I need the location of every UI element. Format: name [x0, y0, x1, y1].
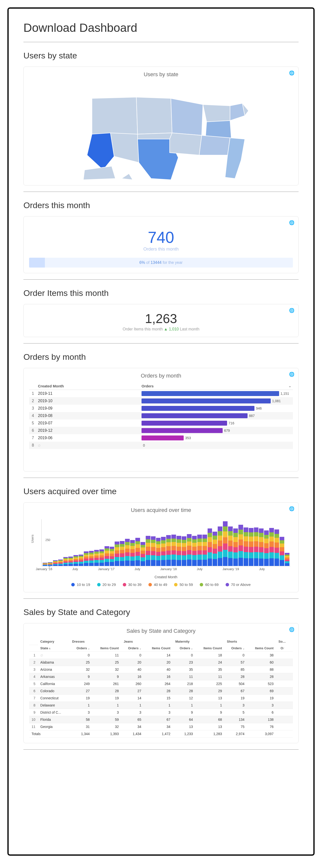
- stacked-bar[interactable]: [213, 532, 217, 566]
- bar-cell[interactable]: 716: [139, 420, 293, 427]
- orders-header[interactable]: Orders⌄: [70, 645, 92, 652]
- stacked-bar[interactable]: [187, 534, 192, 566]
- stacked-bar[interactable]: [202, 535, 207, 566]
- category-header[interactable]: So…: [276, 638, 293, 645]
- state-cell[interactable]: Arkansas: [38, 673, 70, 680]
- bar-cell[interactable]: 679: [139, 427, 293, 434]
- stacked-bar[interactable]: [110, 547, 115, 566]
- state-cell[interactable]: Florida: [38, 716, 70, 723]
- bar-cell[interactable]: 1,081: [139, 397, 293, 405]
- users-acquired-chart[interactable]: Users 0250 January '16JulyJanuary '17Jul…: [29, 517, 293, 579]
- legend-item[interactable]: 20 to 29: [97, 583, 116, 587]
- stacked-bar[interactable]: [94, 550, 99, 566]
- month-cell[interactable]: 2019-11: [36, 390, 139, 398]
- stacked-bar[interactable]: [151, 536, 156, 566]
- stacked-bar[interactable]: [125, 539, 130, 566]
- col-created-month[interactable]: Created Month: [36, 382, 139, 390]
- stacked-bar[interactable]: [197, 535, 202, 566]
- stacked-bar[interactable]: [135, 538, 140, 566]
- stacked-bar[interactable]: [43, 563, 47, 566]
- orders-header[interactable]: Orders⌄: [173, 645, 195, 652]
- month-cell[interactable]: ∅: [36, 442, 139, 449]
- stacked-bar[interactable]: [264, 530, 269, 566]
- legend-item[interactable]: 10 to 19: [71, 583, 90, 587]
- stacked-bar[interactable]: [120, 541, 125, 566]
- stacked-bar[interactable]: [73, 555, 78, 566]
- state-cell[interactable]: District of C...: [38, 709, 70, 716]
- stacked-bar[interactable]: [68, 557, 73, 566]
- items-header[interactable]: Items Count: [92, 645, 121, 652]
- stacked-bar[interactable]: [63, 557, 68, 566]
- stacked-bar[interactable]: [104, 546, 109, 566]
- state-cell[interactable]: Georgia: [38, 723, 70, 731]
- state-cell[interactable]: Delaware: [38, 702, 70, 709]
- stacked-bar[interactable]: [161, 537, 166, 566]
- bar-cell[interactable]: 946: [139, 405, 293, 412]
- category-header[interactable]: Maternity: [173, 638, 224, 645]
- month-cell[interactable]: 2019-06: [36, 434, 139, 442]
- stacked-bar[interactable]: [249, 528, 254, 566]
- category-header[interactable]: Dresses: [70, 638, 121, 645]
- month-cell[interactable]: 2019-10: [36, 397, 139, 405]
- stacked-bar[interactable]: [140, 542, 145, 566]
- stacked-bar[interactable]: [48, 562, 53, 566]
- items-header[interactable]: Items Count: [247, 645, 276, 652]
- stacked-bar[interactable]: [166, 535, 171, 566]
- stacked-bar[interactable]: [79, 555, 83, 566]
- month-cell[interactable]: 2019-09: [36, 405, 139, 412]
- month-cell[interactable]: 2019-12: [36, 427, 139, 434]
- stacked-bar[interactable]: [176, 536, 181, 566]
- stacked-bar[interactable]: [53, 560, 58, 566]
- col-orders[interactable]: Orders⌄: [139, 382, 293, 390]
- stacked-bar[interactable]: [207, 528, 212, 566]
- stacked-bar[interactable]: [254, 527, 259, 566]
- items-header[interactable]: Items Count: [144, 645, 173, 652]
- globe-icon[interactable]: 🌐: [289, 372, 294, 377]
- legend-item[interactable]: 70 or Above: [226, 583, 251, 587]
- state-cell[interactable]: Colorado: [38, 687, 70, 695]
- state-cell[interactable]: California: [38, 680, 70, 687]
- state-cell[interactable]: Alabama: [38, 659, 70, 666]
- stacked-bar[interactable]: [130, 540, 135, 566]
- stacked-bar[interactable]: [192, 536, 197, 566]
- bar-cell[interactable]: 1,151: [139, 390, 293, 398]
- month-cell[interactable]: 2019-08: [36, 412, 139, 420]
- stacked-bar[interactable]: [244, 527, 248, 566]
- legend-item[interactable]: 30 to 39: [123, 583, 141, 587]
- legend-item[interactable]: 50 to 59: [174, 583, 193, 587]
- stacked-bar[interactable]: [115, 541, 119, 566]
- stacked-bar[interactable]: [89, 551, 94, 566]
- items-header[interactable]: Items Count: [195, 645, 224, 652]
- stacked-bar[interactable]: [171, 535, 176, 566]
- stacked-bar[interactable]: [99, 549, 104, 566]
- category-header[interactable]: Shorts: [224, 638, 276, 645]
- stacked-bar[interactable]: [238, 525, 243, 566]
- state-cell[interactable]: Arizona: [38, 666, 70, 673]
- legend-item[interactable]: 40 to 49: [149, 583, 167, 587]
- globe-icon[interactable]: 🌐: [289, 308, 294, 313]
- stacked-bar[interactable]: [146, 536, 151, 566]
- orders-header[interactable]: Orders⌄: [224, 645, 247, 652]
- stacked-bar[interactable]: [84, 551, 89, 566]
- stacked-bar[interactable]: [269, 528, 274, 566]
- globe-icon[interactable]: 🌐: [289, 70, 294, 76]
- legend-item[interactable]: 60 to 69: [200, 583, 219, 587]
- stacked-bar[interactable]: [58, 559, 63, 566]
- category-header[interactable]: Jeans: [121, 638, 173, 645]
- state-cell[interactable]: Connecticut: [38, 695, 70, 702]
- stacked-bar[interactable]: [223, 521, 228, 566]
- stacked-bar[interactable]: [218, 526, 222, 566]
- globe-icon[interactable]: 🌐: [289, 627, 294, 632]
- stacked-bar[interactable]: [156, 538, 161, 566]
- globe-icon[interactable]: 🌐: [289, 506, 294, 512]
- state-header[interactable]: State∧: [38, 645, 70, 652]
- bar-cell[interactable]: 0: [139, 442, 293, 449]
- stacked-bar[interactable]: [228, 526, 233, 566]
- usa-map[interactable]: [72, 81, 250, 180]
- bar-cell[interactable]: 353: [139, 434, 293, 442]
- stacked-bar[interactable]: [285, 553, 289, 566]
- globe-icon[interactable]: 🌐: [289, 220, 294, 225]
- stacked-bar[interactable]: [182, 536, 186, 566]
- stacked-bar[interactable]: [280, 537, 284, 566]
- stacked-bar[interactable]: [275, 529, 279, 566]
